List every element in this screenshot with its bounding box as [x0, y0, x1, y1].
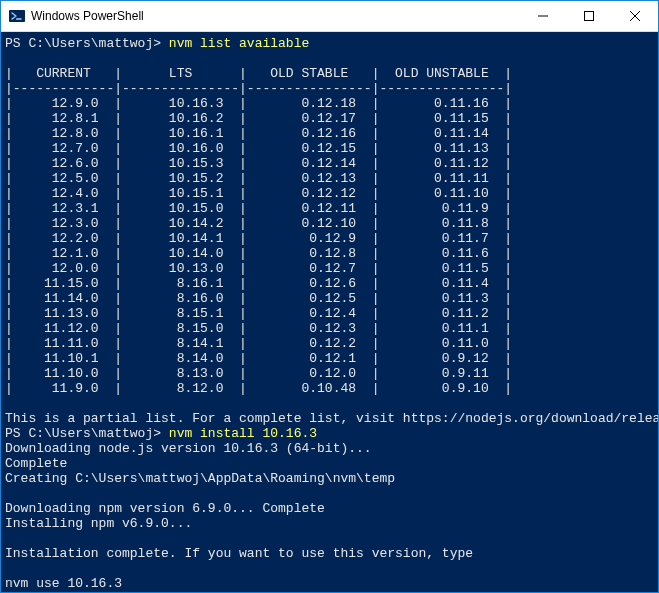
table-row: | 11.11.0 | 8.14.1 | 0.12.2 | 0.11.0 |: [5, 336, 654, 351]
table-row: | 12.2.0 | 10.14.1 | 0.12.9 | 0.11.7 |: [5, 231, 654, 246]
output-line: Installing npm v6.9.0...: [5, 516, 654, 531]
prompt-line: PS C:\Users\mattwoj>: [5, 591, 654, 592]
table-row: | 12.4.0 | 10.15.1 | 0.12.12 | 0.11.10 |: [5, 186, 654, 201]
output-line: Complete: [5, 456, 654, 471]
table-row: | 12.1.0 | 10.14.0 | 0.12.8 | 0.11.6 |: [5, 246, 654, 261]
svg-rect-0: [9, 10, 25, 22]
table-row: | 12.6.0 | 10.15.3 | 0.12.14 | 0.11.12 |: [5, 156, 654, 171]
table-row: | 12.3.0 | 10.14.2 | 0.12.10 | 0.11.8 |: [5, 216, 654, 231]
command-text: nvm install 10.16.3: [169, 426, 317, 441]
table-row: | 11.10.0 | 8.13.0 | 0.12.0 | 0.9.11 |: [5, 366, 654, 381]
table-row: | 11.14.0 | 8.16.0 | 0.12.5 | 0.11.3 |: [5, 291, 654, 306]
table-divider: |-------------|---------------|---------…: [5, 81, 654, 96]
table-row: | 11.10.1 | 8.14.0 | 0.12.1 | 0.9.12 |: [5, 351, 654, 366]
titlebar[interactable]: Windows PowerShell: [1, 1, 658, 32]
prompt-line: PS C:\Users\mattwoj> nvm install 10.16.3: [5, 426, 654, 441]
output-line: Installation complete. If you want to us…: [5, 546, 654, 561]
table-row: | 11.13.0 | 8.15.1 | 0.12.4 | 0.11.2 |: [5, 306, 654, 321]
minimize-button[interactable]: [520, 1, 566, 31]
output-line: Downloading node.js version 10.16.3 (64-…: [5, 441, 654, 456]
output-line: Creating C:\Users\mattwoj\AppData\Roamin…: [5, 471, 654, 486]
output-line: This is a partial list. For a complete l…: [5, 411, 654, 426]
output-line: Downloading npm version 6.9.0... Complet…: [5, 501, 654, 516]
table-header: | CURRENT | LTS | OLD STABLE | OLD UNSTA…: [5, 66, 654, 81]
prompt-line: PS C:\Users\mattwoj> nvm list available: [5, 36, 654, 51]
table-row: | 11.12.0 | 8.15.0 | 0.12.3 | 0.11.1 |: [5, 321, 654, 336]
terminal-output[interactable]: PS C:\Users\mattwoj> nvm list available …: [1, 32, 658, 592]
powershell-icon: [9, 8, 25, 24]
table-row: | 12.3.1 | 10.15.0 | 0.12.11 | 0.11.9 |: [5, 201, 654, 216]
svg-rect-3: [585, 12, 594, 21]
table-row: | 11.9.0 | 8.12.0 | 0.10.48 | 0.9.10 |: [5, 381, 654, 396]
table-row: | 12.0.0 | 10.13.0 | 0.12.7 | 0.11.5 |: [5, 261, 654, 276]
table-row: | 12.8.0 | 10.16.1 | 0.12.16 | 0.11.14 |: [5, 126, 654, 141]
table-row: | 12.5.0 | 10.15.2 | 0.12.13 | 0.11.11 |: [5, 171, 654, 186]
powershell-window: Windows PowerShell PS C:\Users\mattwoj> …: [0, 0, 659, 593]
table-row: | 11.15.0 | 8.16.1 | 0.12.6 | 0.11.4 |: [5, 276, 654, 291]
output-line: nvm use 10.16.3: [5, 576, 654, 591]
close-button[interactable]: [612, 1, 658, 31]
table-row: | 12.8.1 | 10.16.2 | 0.12.17 | 0.11.15 |: [5, 111, 654, 126]
window-title: Windows PowerShell: [31, 9, 144, 23]
command-text: nvm list available: [169, 36, 309, 51]
maximize-button[interactable]: [566, 1, 612, 31]
table-row: | 12.9.0 | 10.16.3 | 0.12.18 | 0.11.16 |: [5, 96, 654, 111]
table-row: | 12.7.0 | 10.16.0 | 0.12.15 | 0.11.13 |: [5, 141, 654, 156]
